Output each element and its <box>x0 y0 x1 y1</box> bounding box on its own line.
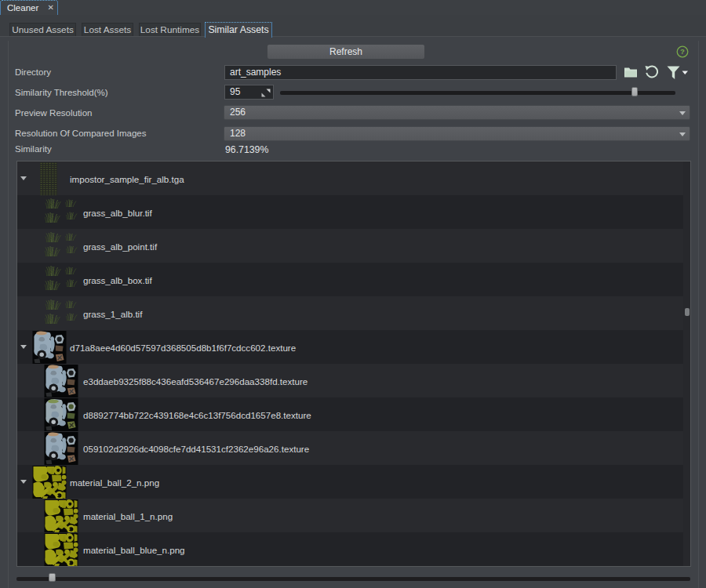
svg-text:?: ? <box>680 47 685 56</box>
